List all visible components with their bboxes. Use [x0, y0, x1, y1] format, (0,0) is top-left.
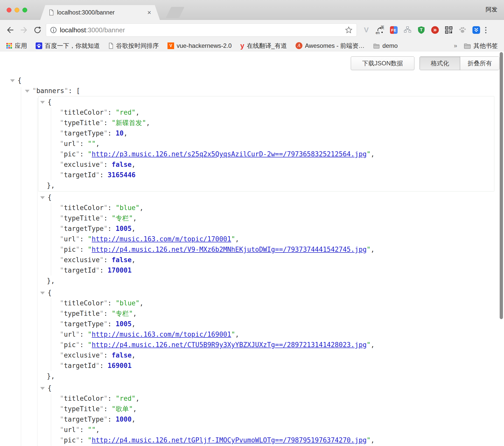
fe-extension-icon[interactable]: FE	[389, 26, 398, 34]
json-key: banners	[36, 87, 64, 95]
fast-forward-extension-icon[interactable]: »	[431, 26, 439, 34]
folder-icon	[373, 43, 380, 49]
extensions-row: V 英 en FE T	[362, 26, 481, 34]
collapse-toggle-icon[interactable]	[25, 90, 30, 93]
address-bar[interactable]: localhost:3000/banner	[46, 23, 357, 37]
indent-guide	[51, 108, 51, 180]
json-token: :	[100, 171, 108, 179]
other-bookmarks-folder[interactable]: 其他书签	[464, 42, 498, 50]
json-token: "	[88, 331, 92, 338]
url-text[interactable]: localhost:3000/banner	[60, 26, 342, 34]
bookmark-apps[interactable]: 应用	[6, 42, 27, 50]
bookmark-baidu[interactable]: 百度一下，你就知道	[36, 42, 100, 50]
new-tab-button[interactable]	[166, 7, 184, 18]
json-token: "	[231, 331, 235, 338]
bookmarks-overflow-chevron-icon[interactable]: »	[454, 42, 457, 49]
back-button[interactable]	[5, 24, 16, 36]
json-key: url	[64, 426, 76, 434]
collapse-toggle-icon[interactable]	[40, 196, 45, 199]
json-line: "url": "",	[38, 139, 494, 149]
shield-extension-icon[interactable]: T	[417, 26, 426, 34]
bookmark-youdao-translate[interactable]: y 在线翻译_有道	[240, 42, 287, 50]
reload-icon	[33, 26, 42, 34]
json-token: :	[108, 299, 116, 307]
json-token: "	[60, 436, 64, 444]
close-window-button[interactable]	[7, 8, 11, 12]
json-line: "titleColor": "red",	[38, 393, 494, 404]
json-line: },	[38, 276, 494, 286]
json-key: pic	[64, 246, 76, 253]
json-token: "	[60, 225, 64, 232]
bookmark-awesomes[interactable]: A Awesomes - 前端资…	[296, 42, 365, 50]
json-link[interactable]: http://p4.music.126.net/V9-MXz6b2MNhEKju…	[92, 246, 367, 253]
browser-profile-name[interactable]: 阿发	[486, 6, 497, 13]
json-token: "	[96, 266, 100, 274]
minimize-window-button[interactable]	[15, 8, 19, 12]
bookmark-star-icon[interactable]	[345, 26, 353, 34]
paw-icon	[459, 26, 466, 34]
vertical-scrollbar[interactable]	[500, 52, 503, 319]
page-info-icon[interactable]	[50, 27, 57, 33]
browser-tab[interactable]: localhost:3000/banner ×	[40, 5, 160, 20]
download-manager-icon[interactable]	[472, 26, 481, 34]
json-token: :	[108, 109, 116, 116]
collapse-toggle-icon[interactable]	[40, 387, 45, 390]
json-line: "typeTitle": "专栏",	[38, 308, 494, 319]
json-token: "	[60, 109, 64, 116]
json-token: "	[104, 320, 108, 328]
json-token: "	[60, 426, 64, 434]
json-line: "typeTitle": "专栏",	[38, 213, 494, 224]
json-token: "	[100, 310, 104, 317]
qr-code-icon[interactable]	[444, 26, 453, 34]
translate-icon[interactable]: 英 en	[376, 26, 384, 34]
json-token: ,	[123, 129, 128, 137]
bookmark-google-sort[interactable]: 谷歌按时间排序	[108, 42, 159, 50]
json-token: "	[76, 436, 80, 444]
json-viewer: { "banners": [ {"titleColor": "red","typ…	[0, 51, 504, 446]
json-line: "targetId": 3165446	[38, 170, 494, 180]
json-token: :	[80, 140, 88, 147]
browser-menu-icon[interactable]	[485, 27, 486, 33]
json-boolean-value: false	[112, 161, 132, 168]
json-link[interactable]: http://p4.music.126.net/CTU5B9R9y3XyYBZX…	[92, 341, 367, 349]
json-token: "	[104, 225, 108, 232]
collapse-toggle-icon[interactable]	[40, 292, 45, 294]
json-key: exclusive	[64, 161, 100, 168]
json-line: },	[38, 371, 494, 381]
json-token: "	[76, 140, 80, 147]
json-token: {	[48, 98, 52, 106]
json-token: },	[47, 372, 55, 380]
json-string-value: "red"	[116, 395, 135, 402]
json-token: {	[48, 289, 52, 296]
bookmark-vue-hackernews[interactable]: V vue-hackernews-2.0	[167, 42, 232, 49]
json-token: "	[100, 119, 104, 127]
json-boolean-value: false	[112, 256, 132, 264]
json-token: {	[48, 384, 52, 392]
zoom-window-button[interactable]	[22, 8, 27, 12]
double-chevron-down-icon	[473, 27, 479, 33]
tab-close-icon[interactable]: ×	[147, 9, 151, 16]
json-line: {	[38, 288, 494, 298]
reload-button[interactable]	[32, 24, 43, 36]
forward-button[interactable]	[18, 24, 30, 36]
collapse-toggle-icon[interactable]	[10, 79, 15, 82]
json-token: "	[60, 415, 64, 423]
paw-extension-icon[interactable]	[458, 26, 467, 34]
bookmark-demo-folder[interactable]: demo	[373, 42, 398, 49]
baidu-paw-icon	[36, 42, 42, 49]
youdao-icon: y	[240, 42, 244, 49]
json-line: "pic": "http://p3.music.126.net/s25q2x5Q…	[38, 149, 494, 159]
json-boolean-value: false	[112, 351, 132, 359]
json-link[interactable]: http://p3.music.126.net/s25q2x5QyqsAzilC…	[92, 150, 367, 158]
collapse-toggle-icon[interactable]	[40, 101, 45, 104]
page-favicon-icon	[49, 9, 54, 16]
json-link[interactable]: http://music.163.com/m/topic/169001	[92, 331, 231, 338]
json-token: :	[104, 119, 111, 127]
json-line: "targetType": 1005,	[38, 224, 494, 234]
json-link[interactable]: http://music.163.com/m/topic/170001	[92, 235, 231, 243]
sitemap-extension-icon[interactable]	[403, 26, 412, 34]
json-token: "	[104, 415, 108, 423]
json-link[interactable]: http://p4.music.126.net/tGPljf-IMOCyPvum…	[92, 436, 367, 444]
vue-devtools-icon[interactable]: V	[362, 26, 371, 34]
json-key: targetType	[64, 320, 104, 328]
